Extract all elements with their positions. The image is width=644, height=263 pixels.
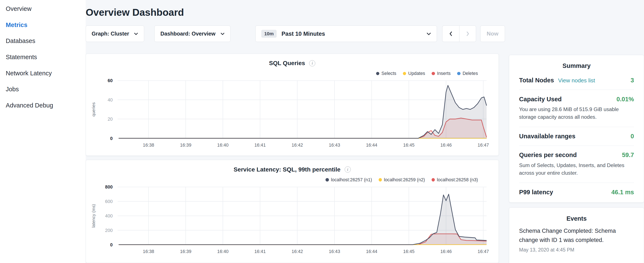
chevron-right-icon: [466, 31, 469, 36]
summary-row-total-nodes: Total Nodes View nodes list 3: [519, 71, 634, 90]
main-content: Overview Dashboard Graph: Cluster Dashbo…: [86, 0, 505, 263]
svg-text:16:47: 16:47: [478, 142, 489, 147]
summary-row-queries-per-second: Queries per second 59.7 Sum of Selects, …: [519, 146, 634, 183]
chart-header: SQL Queries i: [86, 59, 498, 68]
time-next-button[interactable]: [459, 26, 476, 42]
svg-text:16:42: 16:42: [292, 249, 303, 254]
svg-text:16:45: 16:45: [403, 249, 414, 254]
events-panel: Events Schema Change Completed: Schema c…: [509, 207, 644, 263]
chart-card-sql-queries: SQL Queries i Selects Updates Inserts De…: [86, 54, 499, 156]
legend-item-n3: localhost:26258 (n3): [432, 177, 478, 183]
summary-label: Total Nodes: [519, 77, 554, 84]
sidebar-item-network-latency[interactable]: Network Latency: [0, 65, 86, 81]
sidebar-item-metrics[interactable]: Metrics: [0, 17, 86, 33]
sidebar-item-advanced-debug[interactable]: Advanced Debug: [0, 97, 86, 113]
chart-title: SQL Queries: [269, 60, 305, 67]
legend-dot: [326, 178, 329, 181]
legend-label: Selects: [382, 71, 396, 76]
time-range-label: Past 10 Minutes: [282, 31, 325, 37]
chart-legend: localhost:26257 (n1) localhost:26259 (n2…: [86, 177, 498, 183]
event-item: Schema Change Completed: Schema change w…: [509, 224, 644, 253]
legend-item-deletes: Deletes: [457, 71, 478, 76]
events-title: Events: [509, 215, 644, 222]
graph-dropdown[interactable]: Graph: Cluster: [86, 26, 144, 42]
svg-text:60: 60: [108, 78, 113, 83]
graph-dropdown-label: Graph: Cluster: [92, 31, 129, 37]
svg-text:600: 600: [105, 199, 113, 204]
sidebar-item-statements[interactable]: Statements: [0, 49, 86, 65]
svg-text:400: 400: [105, 213, 113, 218]
event-timestamp: May 13, 2020 at 4:45 PM: [519, 247, 634, 253]
summary-panel: Summary Total Nodes View nodes list 3 Ca…: [509, 55, 644, 203]
svg-text:800: 800: [105, 184, 113, 190]
summary-value: 59.7: [622, 151, 634, 158]
sidebar-item-jobs[interactable]: Jobs: [0, 81, 86, 97]
summary-value: 0.01%: [616, 96, 634, 103]
app-root: Overview Metrics Databases Statements Ne…: [0, 0, 644, 263]
legend-item-updates: Updates: [403, 71, 425, 76]
svg-text:16:40: 16:40: [217, 249, 228, 254]
chevron-down-icon: [134, 33, 138, 35]
time-range-pager: [442, 26, 476, 42]
chart-card-service-latency: Service Latency: SQL, 99th percentile i …: [86, 160, 499, 263]
legend-label: localhost:26257 (n1): [331, 177, 372, 183]
time-range-badge: 10m: [261, 30, 276, 38]
sidebar-item-overview[interactable]: Overview: [0, 1, 86, 17]
legend-dot: [403, 72, 406, 75]
summary-label: P99 latency: [519, 189, 553, 196]
chevron-down-icon: [220, 33, 224, 35]
svg-text:16:41: 16:41: [254, 142, 266, 147]
svg-text:16:38: 16:38: [143, 249, 154, 254]
chevron-left-icon: [449, 31, 452, 36]
controls-bar: Graph: Cluster Dashboard: Overview 10m P…: [86, 26, 505, 42]
svg-text:0: 0: [110, 242, 113, 247]
summary-rows: Total Nodes View nodes list 3 Capacity U…: [509, 71, 644, 202]
svg-text:16:44: 16:44: [366, 142, 377, 147]
time-range-controls: 10m Past 10 Minutes Now: [255, 26, 505, 42]
svg-text:0: 0: [110, 136, 113, 141]
legend-dot: [457, 72, 460, 75]
legend-label: Inserts: [437, 71, 451, 76]
sidebar-item-databases[interactable]: Databases: [0, 33, 86, 49]
summary-description: You are using 28.6 MiB of 515.9 GiB usab…: [519, 106, 634, 121]
chevron-down-icon: [426, 32, 431, 35]
now-button[interactable]: Now: [480, 26, 505, 42]
summary-row-p99-latency: P99 latency 46.1 ms: [519, 183, 634, 201]
svg-text:latency (ms): latency (ms): [91, 204, 96, 227]
view-nodes-list-link[interactable]: View nodes list: [558, 77, 595, 84]
summary-title: Summary: [509, 62, 644, 69]
summary-label: Queries per second: [519, 151, 577, 158]
legend-dot: [432, 178, 435, 181]
svg-text:16:46: 16:46: [440, 142, 452, 147]
svg-text:16:41: 16:41: [254, 249, 266, 254]
service-latency-plot: 16:3816:3916:4016:4116:4216:4316:4416:45…: [86, 184, 499, 255]
svg-text:16:44: 16:44: [366, 249, 377, 254]
sidebar: Overview Metrics Databases Statements Ne…: [0, 0, 86, 263]
info-icon[interactable]: i: [345, 166, 351, 173]
svg-text:16:39: 16:39: [180, 249, 191, 254]
summary-label: Capacity Used: [519, 96, 562, 103]
summary-value: 46.1 ms: [611, 189, 634, 196]
svg-text:16:45: 16:45: [403, 142, 414, 147]
summary-row-unavailable-ranges: Unavailable ranges 0: [519, 127, 634, 146]
legend-dot: [376, 72, 379, 75]
svg-text:16:43: 16:43: [329, 249, 340, 254]
info-icon[interactable]: i: [309, 60, 315, 66]
dashboard-dropdown[interactable]: Dashboard: Overview: [154, 26, 230, 42]
time-range-dropdown[interactable]: 10m Past 10 Minutes: [255, 26, 437, 42]
event-text: Schema Change Completed: Schema change w…: [519, 226, 634, 245]
sql-queries-plot: 16:3816:3916:4016:4116:4216:4316:4416:45…: [86, 78, 499, 149]
page-title: Overview Dashboard: [86, 7, 505, 18]
svg-text:queries: queries: [91, 102, 96, 117]
svg-text:16:47: 16:47: [478, 249, 489, 254]
svg-text:16:40: 16:40: [217, 142, 228, 147]
summary-description: Sum of Selects, Updates, Inserts, and De…: [519, 161, 634, 177]
time-prev-button[interactable]: [442, 26, 459, 42]
svg-text:16:39: 16:39: [180, 142, 191, 147]
svg-text:200: 200: [105, 228, 113, 233]
legend-label: localhost:26258 (n3): [437, 177, 478, 183]
svg-text:16:43: 16:43: [329, 142, 340, 147]
legend-label: Updates: [408, 71, 425, 76]
legend-dot: [379, 178, 382, 181]
svg-text:16:42: 16:42: [292, 142, 303, 147]
